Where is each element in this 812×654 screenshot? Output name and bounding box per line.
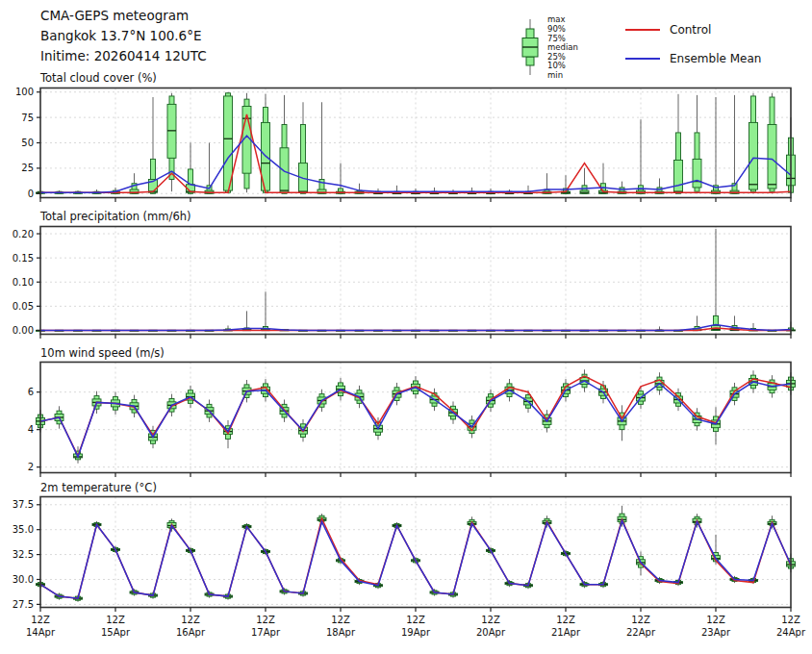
x-tick-label: 12Z18Apr bbox=[314, 614, 368, 639]
x-tick-label: 12Z24Apr bbox=[764, 614, 812, 639]
figure-location: Bangkok 13.7°N 100.6°E bbox=[40, 26, 207, 46]
y-tick-label: 0 bbox=[28, 189, 34, 199]
figure-inittime: Initime: 20260414 12UTC bbox=[40, 46, 207, 66]
x-tick-label: 12Z15Apr bbox=[89, 614, 142, 639]
axis-ticks bbox=[37, 234, 791, 339]
y-tick-label: 0.05 bbox=[13, 301, 34, 312]
y-tick-label: 0.15 bbox=[13, 253, 34, 264]
y-tick-label: 27.5 bbox=[13, 599, 34, 610]
y-tick-label: 30.0 bbox=[13, 574, 34, 585]
x-tick-label: 12Z17Apr bbox=[239, 614, 292, 639]
legend-control: Control bbox=[625, 23, 711, 37]
legend-box-label: max bbox=[547, 14, 566, 24]
x-tick-label: 12Z20Apr bbox=[464, 614, 518, 639]
gridlines bbox=[40, 227, 791, 335]
ensemble-mean-label: Ensemble Mean bbox=[670, 52, 761, 65]
legend-box-label: 75% bbox=[547, 34, 566, 43]
x-tick-label: 12Z21Apr bbox=[539, 614, 593, 639]
panel-title-temperature: 2m temperature (°C) bbox=[40, 481, 157, 494]
y-tick-label: 75 bbox=[21, 113, 34, 123]
ensemble-mean-line bbox=[40, 520, 791, 598]
y-tick-label: 50 bbox=[21, 138, 34, 148]
legend-ensemble-mean: Ensemble Mean bbox=[625, 52, 761, 65]
cloud-cover-chart: 0255075100 bbox=[0, 87, 812, 206]
legend-box-label: 90% bbox=[547, 24, 566, 34]
y-tick-label: 25 bbox=[21, 163, 34, 173]
boxplot-legend-glyph: max90%75%median25%10%min bbox=[505, 4, 630, 85]
figure-title: CMA-GEPS meteogram bbox=[40, 6, 207, 26]
legend-box-label: 10% bbox=[547, 61, 566, 70]
y-tick-label: 0.00 bbox=[13, 325, 34, 336]
x-tick-label: 12Z23Apr bbox=[689, 614, 743, 639]
y-tick-label: 100 bbox=[15, 87, 34, 97]
temperature-chart: 27.530.032.535.037.5 bbox=[0, 495, 812, 616]
legend-box-label: min bbox=[547, 70, 563, 80]
y-tick-label: 0.20 bbox=[13, 229, 34, 239]
y-tick-label: 37.5 bbox=[13, 499, 34, 510]
y-tick-label: 35.0 bbox=[13, 524, 34, 535]
panel-title-precip: Total precipitation (mm/6h) bbox=[40, 210, 190, 223]
control-line-swatch bbox=[625, 29, 660, 31]
y-tick-label: 4 bbox=[28, 424, 34, 435]
y-tick-label: 6 bbox=[28, 387, 34, 397]
ensemble-mean-line-swatch bbox=[625, 58, 660, 60]
box-whiskers bbox=[37, 506, 796, 602]
legend-box-label: median bbox=[547, 42, 578, 52]
panel-title-wind: 10m wind speed (m/s) bbox=[40, 346, 165, 360]
y-tick-label: 0.10 bbox=[13, 277, 34, 288]
y-tick-label: 2 bbox=[28, 462, 34, 472]
x-tick-label: 12Z16Apr bbox=[164, 614, 217, 639]
panel-title-cloud: Total cloud cover (%) bbox=[40, 71, 157, 85]
control-label: Control bbox=[670, 23, 711, 37]
x-tick-label: 12Z19Apr bbox=[389, 614, 443, 639]
x-tick-label: 12Z22Apr bbox=[614, 614, 668, 639]
wind-speed-chart: 246 bbox=[0, 361, 812, 481]
y-tick-label: 32.5 bbox=[13, 549, 34, 560]
cma-geps-meteogram: CMA-GEPS meteogram Bangkok 13.7°N 100.6°… bbox=[0, 0, 812, 654]
figure-header: CMA-GEPS meteogram Bangkok 13.7°N 100.6°… bbox=[40, 6, 207, 66]
x-tick-label: 12Z14Apr bbox=[13, 614, 67, 639]
precipitation-chart: 0.000.050.100.150.20 bbox=[0, 225, 812, 342]
gridlines bbox=[40, 497, 791, 608]
